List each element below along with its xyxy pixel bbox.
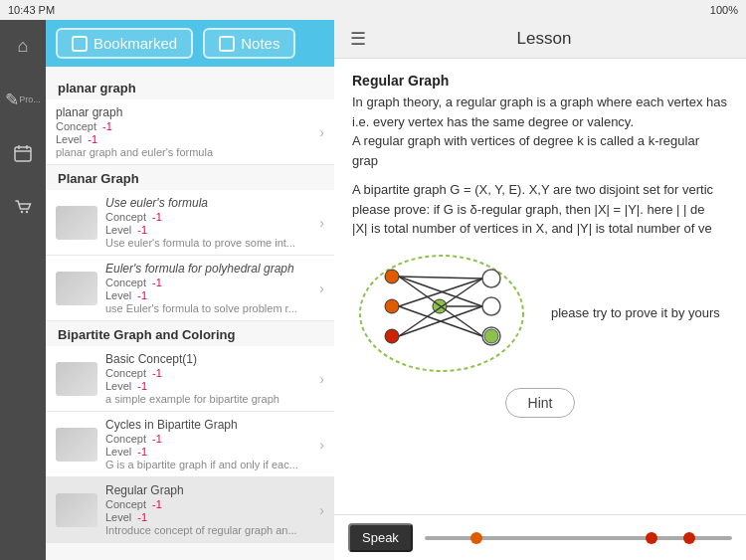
item-title: Euler's formula for polyhedral graph <box>105 262 315 276</box>
notes-checkbox <box>219 36 235 52</box>
item-title: Use euler's formula <box>105 196 315 210</box>
item-title: Regular Graph <box>105 483 315 497</box>
item-desc: a simple example for bipartite graph <box>105 393 315 405</box>
item-thumbnail <box>56 428 97 462</box>
list-item[interactable]: Cycles in Bipartite Graph Concept -1 Lev… <box>46 412 334 477</box>
section-heading-planar-graph-2: Planar Graph <box>46 165 334 190</box>
svg-point-8 <box>385 299 399 313</box>
bottom-bar: Speak <box>334 514 746 560</box>
item-desc: Introduce concept of regular graph an... <box>105 524 315 536</box>
lesson-title: Lesson <box>378 29 730 49</box>
bookmarked-checkbox <box>72 36 88 52</box>
lesson-panel: ☰ Lesson Regular Graph In graph theory, … <box>334 20 746 560</box>
tab-bookmarked[interactable]: Bookmarked <box>56 28 193 59</box>
lesson-heading: Regular Graph <box>352 73 728 89</box>
svg-point-5 <box>26 211 28 213</box>
list-item[interactable]: Use euler's formula Concept -1 Level -1 … <box>46 190 334 256</box>
chevron-icon: › <box>319 124 324 140</box>
lesson-body-2: A bipartite graph G = (X, Y, E). X,Y are… <box>352 180 728 239</box>
item-thumbnail <box>56 272 97 305</box>
graph-svg <box>352 249 531 378</box>
svg-point-10 <box>482 270 500 287</box>
item-thumbnail <box>56 493 97 527</box>
svg-point-7 <box>385 270 399 283</box>
item-desc: use Euler's formula to solve problem r..… <box>105 302 315 314</box>
chevron-icon: › <box>319 215 324 231</box>
status-bar: 10:43 PM 100% <box>0 0 746 20</box>
list-item[interactable]: Basic Concept(1) Concept -1 Level -1 a s… <box>46 346 334 412</box>
svg-point-9 <box>385 329 399 343</box>
section-heading-planar-graph: planar graph <box>46 75 334 99</box>
lesson-header: ☰ Lesson <box>334 20 746 59</box>
list-area: planar graph planar graph Concept -1 Lev… <box>46 67 334 560</box>
sidebar-calendar-icon[interactable] <box>5 135 41 171</box>
list-item[interactable]: planar graph Concept -1 Level -1 planar … <box>46 99 334 165</box>
lesson-content: Regular Graph In graph theory, a regular… <box>334 59 746 514</box>
chevron-icon: › <box>319 437 324 453</box>
prove-text: please try to prove it by yours <box>551 305 728 320</box>
item-thumbnail <box>56 362 97 396</box>
hamburger-icon[interactable]: ☰ <box>350 28 366 50</box>
content-panel: Bookmarked Notes planar graph planar gra… <box>46 20 334 560</box>
item-title: Cycles in Bipartite Graph <box>105 418 315 432</box>
svg-point-4 <box>21 211 23 213</box>
battery: 100% <box>710 4 738 16</box>
item-title: planar graph <box>56 105 315 119</box>
chevron-icon: › <box>319 502 324 518</box>
tab-notes[interactable]: Notes <box>203 28 295 59</box>
list-item[interactable]: Euler's formula for polyhedral graph Con… <box>46 256 334 321</box>
speak-button[interactable]: Speak <box>348 523 413 552</box>
time: 10:43 PM <box>8 4 55 16</box>
progress-dot-1 <box>470 532 482 544</box>
icon-sidebar: ⌂ ✎ Pro... <box>0 20 46 560</box>
item-desc: Use euler's formula to prove some int... <box>105 237 315 249</box>
main-container: ⌂ ✎ Pro... Bookmarked <box>0 20 746 560</box>
item-title: Basic Concept(1) <box>105 352 315 366</box>
item-desc: G is a bipartite graph if and only if ea… <box>105 459 315 470</box>
lesson-body: In graph theory, a regular graph is a gr… <box>352 93 728 170</box>
tab-bar: Bookmarked Notes <box>46 20 334 67</box>
section-heading-bipartite: Bipartite Graph and Coloring <box>46 321 334 346</box>
hint-section: Hint <box>352 388 728 418</box>
sidebar-cart-icon[interactable] <box>5 189 41 225</box>
progress-dot-3 <box>683 532 695 544</box>
list-item-active[interactable]: Regular Graph Concept -1 Level -1 Introd… <box>46 477 334 543</box>
svg-point-13 <box>484 329 498 343</box>
hint-button[interactable]: Hint <box>505 388 576 418</box>
svg-point-11 <box>482 297 500 315</box>
progress-dot-2 <box>646 532 657 544</box>
graph-container: please try to prove it by yours <box>352 249 728 378</box>
chevron-icon: › <box>319 371 324 387</box>
svg-line-15 <box>399 277 482 279</box>
svg-rect-0 <box>15 147 31 161</box>
item-thumbnail <box>56 206 97 240</box>
progress-track <box>425 536 732 540</box>
sidebar-home-icon[interactable]: ⌂ <box>5 28 41 64</box>
chevron-icon: › <box>319 280 324 296</box>
item-desc: planar graph and euler's formula <box>56 146 315 158</box>
sidebar-pro-label: ✎ Pro... <box>5 82 41 117</box>
